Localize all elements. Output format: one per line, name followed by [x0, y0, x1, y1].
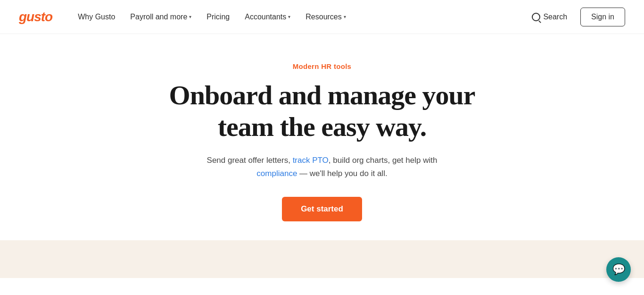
- hero-subtitle: Modern HR tools: [293, 62, 352, 70]
- chat-button[interactable]: 💬: [606, 257, 631, 282]
- pto-highlight: track PTO: [293, 156, 329, 165]
- chat-icon: 💬: [612, 263, 625, 276]
- hero-description: Send great offer letters, track PTO, bui…: [204, 154, 440, 179]
- hero-section: Modern HR tools Onboard and manage your …: [0, 34, 644, 240]
- navbar: gusto Why Gusto Payroll and more ▾ Prici…: [0, 0, 644, 34]
- nav-item-pricing[interactable]: Pricing: [200, 9, 236, 25]
- brand-logo[interactable]: gusto: [19, 9, 52, 25]
- chevron-down-icon: ▾: [189, 14, 191, 19]
- nav-links: Why Gusto Payroll and more ▾ Pricing Acc…: [71, 9, 526, 25]
- compliance-highlight: compliance: [256, 169, 297, 178]
- search-button[interactable]: Search: [526, 9, 573, 25]
- search-icon: [532, 13, 540, 21]
- hero-title: Onboard and manage your team the easy wa…: [169, 80, 475, 143]
- chevron-down-icon: ▾: [344, 14, 346, 19]
- signin-button[interactable]: Sign in: [580, 8, 625, 26]
- nav-item-why-gusto[interactable]: Why Gusto: [71, 9, 122, 25]
- nav-item-payroll[interactable]: Payroll and more ▾: [124, 9, 198, 25]
- chevron-down-icon: ▾: [288, 14, 290, 19]
- nav-right: Search Sign in: [526, 8, 625, 26]
- bottom-section: [0, 240, 644, 278]
- nav-item-resources[interactable]: Resources ▾: [299, 9, 352, 25]
- nav-item-accountants[interactable]: Accountants ▾: [238, 9, 297, 25]
- get-started-button[interactable]: Get started: [282, 197, 362, 221]
